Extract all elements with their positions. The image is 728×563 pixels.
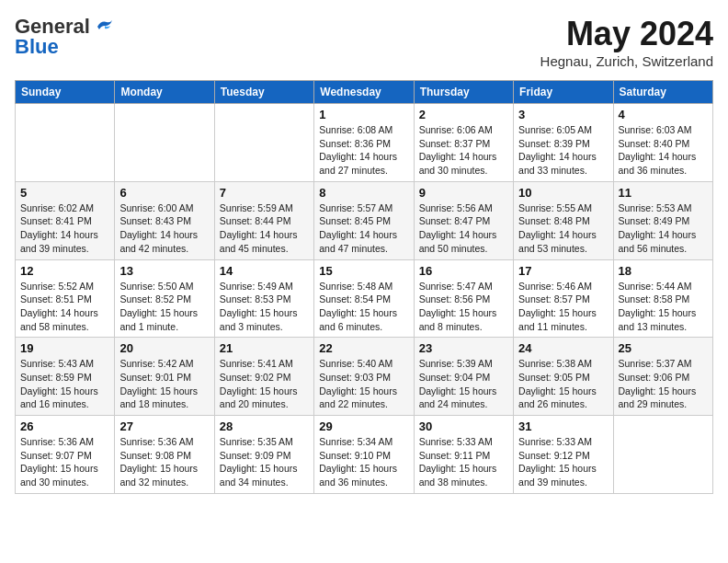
day-info: Sunrise: 5:33 AMSunset: 9:11 PMDaylight:…	[419, 435, 508, 489]
day-info: Sunrise: 6:05 AMSunset: 8:39 PMDaylight:…	[518, 123, 608, 178]
day-number: 15	[319, 264, 408, 278]
calendar-cell: 14Sunrise: 5:49 AMSunset: 8:53 PMDayligh…	[214, 259, 313, 338]
day-number: 1	[319, 108, 408, 121]
day-number: 26	[20, 419, 109, 433]
day-info: Sunrise: 5:42 AMSunset: 9:01 PMDaylight:…	[119, 357, 209, 411]
calendar: SundayMondayTuesdayWednesdayThursdayFrid…	[15, 80, 713, 494]
calendar-cell	[16, 104, 115, 182]
day-number: 22	[319, 341, 408, 355]
day-info: Sunrise: 5:48 AMSunset: 8:54 PMDaylight:…	[319, 280, 408, 334]
day-info: Sunrise: 5:39 AMSunset: 9:04 PMDaylight:…	[419, 357, 508, 411]
calendar-cell: 24Sunrise: 5:38 AMSunset: 9:05 PMDayligh…	[514, 338, 613, 416]
day-info: Sunrise: 6:06 AMSunset: 8:37 PMDaylight:…	[419, 123, 508, 178]
day-info: Sunrise: 5:59 AMSunset: 8:44 PMDaylight:…	[220, 201, 309, 256]
day-info: Sunrise: 5:56 AMSunset: 8:47 PMDaylight:…	[419, 201, 508, 256]
day-info: Sunrise: 5:37 AMSunset: 9:06 PMDaylight:…	[619, 357, 708, 411]
weekday-header-thursday: Thursday	[414, 81, 513, 104]
calendar-cell: 16Sunrise: 5:47 AMSunset: 8:56 PMDayligh…	[414, 259, 513, 338]
weekday-header-wednesday: Wednesday	[314, 81, 414, 104]
day-info: Sunrise: 5:36 AMSunset: 9:08 PMDaylight:…	[119, 435, 209, 489]
day-number: 9	[419, 186, 508, 200]
calendar-cell: 29Sunrise: 5:34 AMSunset: 9:10 PMDayligh…	[314, 416, 414, 494]
calendar-cell	[613, 416, 712, 494]
calendar-cell: 21Sunrise: 5:41 AMSunset: 9:02 PMDayligh…	[214, 338, 313, 416]
day-info: Sunrise: 5:40 AMSunset: 9:03 PMDaylight:…	[319, 357, 408, 411]
day-number: 20	[119, 341, 209, 355]
logo-blue: Blue	[15, 35, 59, 59]
calendar-cell: 11Sunrise: 5:53 AMSunset: 8:49 PMDayligh…	[613, 181, 712, 259]
day-number: 18	[619, 264, 708, 278]
calendar-week-5: 26Sunrise: 5:36 AMSunset: 9:07 PMDayligh…	[16, 416, 713, 494]
day-info: Sunrise: 6:00 AMSunset: 8:43 PMDaylight:…	[119, 201, 209, 256]
day-number: 24	[518, 341, 608, 355]
day-number: 6	[119, 186, 209, 200]
calendar-week-4: 19Sunrise: 5:43 AMSunset: 8:59 PMDayligh…	[16, 338, 713, 416]
calendar-cell: 25Sunrise: 5:37 AMSunset: 9:06 PMDayligh…	[613, 338, 712, 416]
day-number: 25	[619, 341, 708, 355]
location: Hegnau, Zurich, Switzerland	[540, 53, 713, 69]
day-number: 14	[220, 264, 309, 278]
calendar-week-1: 1Sunrise: 6:08 AMSunset: 8:36 PMDaylight…	[16, 104, 713, 182]
calendar-cell: 30Sunrise: 5:33 AMSunset: 9:11 PMDayligh…	[414, 416, 513, 494]
calendar-cell: 17Sunrise: 5:46 AMSunset: 8:57 PMDayligh…	[514, 259, 613, 338]
day-info: Sunrise: 5:34 AMSunset: 9:10 PMDaylight:…	[319, 435, 408, 489]
day-number: 19	[20, 341, 109, 355]
day-number: 5	[20, 186, 109, 200]
calendar-cell: 23Sunrise: 5:39 AMSunset: 9:04 PMDayligh…	[414, 338, 513, 416]
calendar-cell: 19Sunrise: 5:43 AMSunset: 8:59 PMDayligh…	[16, 338, 115, 416]
calendar-cell: 12Sunrise: 5:52 AMSunset: 8:51 PMDayligh…	[16, 259, 115, 338]
day-info: Sunrise: 5:41 AMSunset: 9:02 PMDaylight:…	[220, 357, 309, 411]
calendar-week-3: 12Sunrise: 5:52 AMSunset: 8:51 PMDayligh…	[16, 259, 713, 338]
day-info: Sunrise: 5:49 AMSunset: 8:53 PMDaylight:…	[220, 280, 309, 334]
calendar-cell: 6Sunrise: 6:00 AMSunset: 8:43 PMDaylight…	[115, 181, 214, 259]
logo: General Blue	[15, 15, 114, 59]
day-number: 31	[518, 419, 608, 433]
calendar-cell: 10Sunrise: 5:55 AMSunset: 8:48 PMDayligh…	[514, 181, 613, 259]
calendar-cell: 18Sunrise: 5:44 AMSunset: 8:58 PMDayligh…	[613, 259, 712, 338]
day-info: Sunrise: 6:02 AMSunset: 8:41 PMDaylight:…	[20, 201, 109, 256]
day-info: Sunrise: 5:43 AMSunset: 8:59 PMDaylight:…	[20, 357, 109, 411]
weekday-header-monday: Monday	[115, 81, 214, 104]
day-info: Sunrise: 5:35 AMSunset: 9:09 PMDaylight:…	[220, 435, 309, 489]
calendar-week-2: 5Sunrise: 6:02 AMSunset: 8:41 PMDaylight…	[16, 181, 713, 259]
day-info: Sunrise: 5:47 AMSunset: 8:56 PMDaylight:…	[419, 280, 508, 334]
day-number: 11	[619, 186, 708, 200]
calendar-cell: 3Sunrise: 6:05 AMSunset: 8:39 PMDaylight…	[514, 104, 613, 182]
day-info: Sunrise: 5:53 AMSunset: 8:49 PMDaylight:…	[619, 201, 708, 256]
weekday-header-friday: Friday	[514, 81, 613, 104]
day-info: Sunrise: 5:44 AMSunset: 8:58 PMDaylight:…	[619, 280, 708, 334]
day-number: 23	[419, 341, 508, 355]
calendar-cell	[214, 104, 313, 182]
calendar-cell	[115, 104, 214, 182]
calendar-cell: 26Sunrise: 5:36 AMSunset: 9:07 PMDayligh…	[16, 416, 115, 494]
logo-bird-icon	[94, 18, 114, 35]
day-number: 17	[518, 264, 608, 278]
calendar-cell: 13Sunrise: 5:50 AMSunset: 8:52 PMDayligh…	[115, 259, 214, 338]
day-number: 2	[419, 108, 508, 121]
calendar-cell: 27Sunrise: 5:36 AMSunset: 9:08 PMDayligh…	[115, 416, 214, 494]
day-info: Sunrise: 6:03 AMSunset: 8:40 PMDaylight:…	[619, 123, 708, 178]
calendar-cell: 7Sunrise: 5:59 AMSunset: 8:44 PMDaylight…	[214, 181, 313, 259]
weekday-header-saturday: Saturday	[613, 81, 712, 104]
day-number: 10	[518, 186, 608, 200]
title-block: May 2024 Hegnau, Zurich, Switzerland	[540, 15, 713, 69]
calendar-cell: 9Sunrise: 5:56 AMSunset: 8:47 PMDaylight…	[414, 181, 513, 259]
page-header: General Blue May 2024 Hegnau, Zurich, Sw…	[15, 15, 713, 69]
day-number: 13	[119, 264, 209, 278]
day-number: 29	[319, 419, 408, 433]
day-info: Sunrise: 6:08 AMSunset: 8:36 PMDaylight:…	[319, 123, 408, 178]
day-number: 12	[20, 264, 109, 278]
calendar-cell: 15Sunrise: 5:48 AMSunset: 8:54 PMDayligh…	[314, 259, 414, 338]
day-info: Sunrise: 5:50 AMSunset: 8:52 PMDaylight:…	[119, 280, 209, 334]
day-number: 3	[518, 108, 608, 121]
day-number: 8	[319, 186, 408, 200]
calendar-cell: 5Sunrise: 6:02 AMSunset: 8:41 PMDaylight…	[16, 181, 115, 259]
day-number: 27	[119, 419, 209, 433]
day-info: Sunrise: 5:36 AMSunset: 9:07 PMDaylight:…	[20, 435, 109, 489]
day-number: 4	[619, 108, 708, 121]
day-info: Sunrise: 5:38 AMSunset: 9:05 PMDaylight:…	[518, 357, 608, 411]
calendar-cell: 31Sunrise: 5:33 AMSunset: 9:12 PMDayligh…	[514, 416, 613, 494]
day-info: Sunrise: 5:33 AMSunset: 9:12 PMDaylight:…	[518, 435, 608, 489]
weekday-header-tuesday: Tuesday	[214, 81, 313, 104]
day-info: Sunrise: 5:55 AMSunset: 8:48 PMDaylight:…	[518, 201, 608, 256]
